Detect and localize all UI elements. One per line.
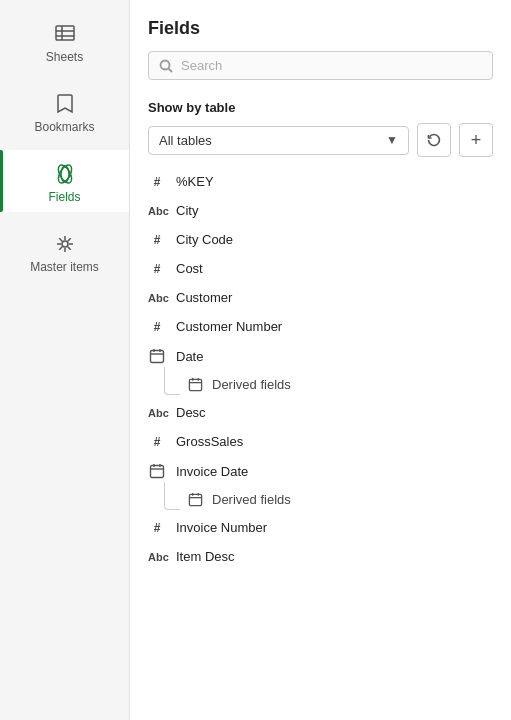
- plus-icon: +: [471, 130, 482, 151]
- search-icon: [159, 59, 173, 73]
- table-dropdown[interactable]: All tables ▼: [148, 126, 409, 155]
- derived-date-icon: [186, 377, 204, 392]
- field-name: %KEY: [176, 174, 493, 189]
- fields-panel: Fields Show by table All tables ▼ +: [130, 0, 511, 720]
- list-item[interactable]: Abc Item Desc: [130, 542, 511, 571]
- reset-icon: [426, 132, 442, 148]
- derived-group-invoice-date: Derived fields: [130, 486, 511, 513]
- hash-icon: #: [148, 320, 166, 334]
- svg-line-14: [67, 238, 70, 241]
- master-items-icon: [53, 232, 77, 256]
- sidebar: Sheets Bookmarks Fields: [0, 0, 130, 720]
- list-item[interactable]: # Invoice Number: [130, 513, 511, 542]
- reset-button[interactable]: [417, 123, 451, 157]
- derived-date-icon: [186, 492, 204, 507]
- hash-icon: #: [148, 435, 166, 449]
- derived-group-date: Derived fields: [130, 371, 511, 398]
- svg-rect-18: [151, 351, 164, 363]
- field-name: GrossSales: [176, 434, 493, 449]
- abc-icon: Abc: [148, 551, 166, 563]
- show-by-table-section: Show by table All tables ▼ +: [130, 90, 511, 163]
- show-by-label: Show by table: [148, 100, 493, 115]
- svg-point-7: [62, 241, 68, 247]
- list-item[interactable]: # Cost: [130, 254, 511, 283]
- sidebar-item-master-items-label: Master items: [30, 260, 99, 274]
- svg-rect-26: [151, 466, 164, 478]
- derived-fields-label: Derived fields: [212, 377, 291, 392]
- table-dropdown-value: All tables: [159, 133, 212, 148]
- sidebar-item-bookmarks-label: Bookmarks: [34, 120, 94, 134]
- list-item[interactable]: Abc Desc: [130, 398, 511, 427]
- field-name: Invoice Date: [176, 464, 493, 479]
- field-name: City: [176, 203, 493, 218]
- search-box: [148, 51, 493, 80]
- svg-point-16: [161, 60, 170, 69]
- list-item[interactable]: # Customer Number: [130, 312, 511, 341]
- sidebar-item-fields[interactable]: Fields: [0, 150, 129, 212]
- bookmarks-icon: [54, 92, 76, 116]
- hash-icon: #: [148, 233, 166, 247]
- connector-line: [164, 482, 180, 510]
- field-name: Customer Number: [176, 319, 493, 334]
- connector-line: [164, 367, 180, 395]
- field-name: Date: [176, 349, 493, 364]
- svg-line-17: [169, 68, 173, 72]
- list-item[interactable]: # GrossSales: [130, 427, 511, 456]
- sidebar-item-master-items[interactable]: Master items: [0, 220, 129, 282]
- sidebar-item-fields-label: Fields: [48, 190, 80, 204]
- field-name: Desc: [176, 405, 493, 420]
- add-button[interactable]: +: [459, 123, 493, 157]
- abc-icon: Abc: [148, 292, 166, 304]
- field-name: Customer: [176, 290, 493, 305]
- sidebar-item-sheets-label: Sheets: [46, 50, 83, 64]
- table-filter-row: All tables ▼ +: [148, 123, 493, 157]
- panel-header: Fields: [130, 0, 511, 90]
- list-item[interactable]: Abc City: [130, 196, 511, 225]
- svg-line-12: [59, 238, 62, 241]
- hash-icon: #: [148, 262, 166, 276]
- date-icon: [148, 348, 166, 364]
- list-item[interactable]: # City Code: [130, 225, 511, 254]
- chevron-down-icon: ▼: [386, 133, 398, 147]
- svg-rect-30: [189, 494, 201, 505]
- date-icon: [148, 463, 166, 479]
- list-item[interactable]: Invoice Date: [130, 456, 511, 486]
- page-title: Fields: [148, 18, 493, 39]
- field-name: Invoice Number: [176, 520, 493, 535]
- svg-line-15: [59, 247, 62, 250]
- fields-list: # %KEY Abc City # City Code # Cost Abc C…: [130, 163, 511, 720]
- list-item[interactable]: Date: [130, 341, 511, 371]
- derived-fields-label: Derived fields: [212, 492, 291, 507]
- field-name: City Code: [176, 232, 493, 247]
- search-input[interactable]: [181, 58, 482, 73]
- fields-icon: [53, 162, 77, 186]
- svg-rect-0: [56, 26, 74, 40]
- sheets-icon: [53, 22, 77, 46]
- svg-rect-22: [189, 379, 201, 390]
- sidebar-item-sheets[interactable]: Sheets: [0, 10, 129, 72]
- hash-icon: #: [148, 175, 166, 189]
- sidebar-item-bookmarks[interactable]: Bookmarks: [0, 80, 129, 142]
- hash-icon: #: [148, 521, 166, 535]
- abc-icon: Abc: [148, 407, 166, 419]
- list-item[interactable]: Derived fields: [186, 486, 511, 513]
- abc-icon: Abc: [148, 205, 166, 217]
- list-item[interactable]: # %KEY: [130, 167, 511, 196]
- list-item[interactable]: Derived fields: [186, 371, 511, 398]
- field-name: Item Desc: [176, 549, 493, 564]
- list-item[interactable]: Abc Customer: [130, 283, 511, 312]
- field-name: Cost: [176, 261, 493, 276]
- svg-line-13: [67, 247, 70, 250]
